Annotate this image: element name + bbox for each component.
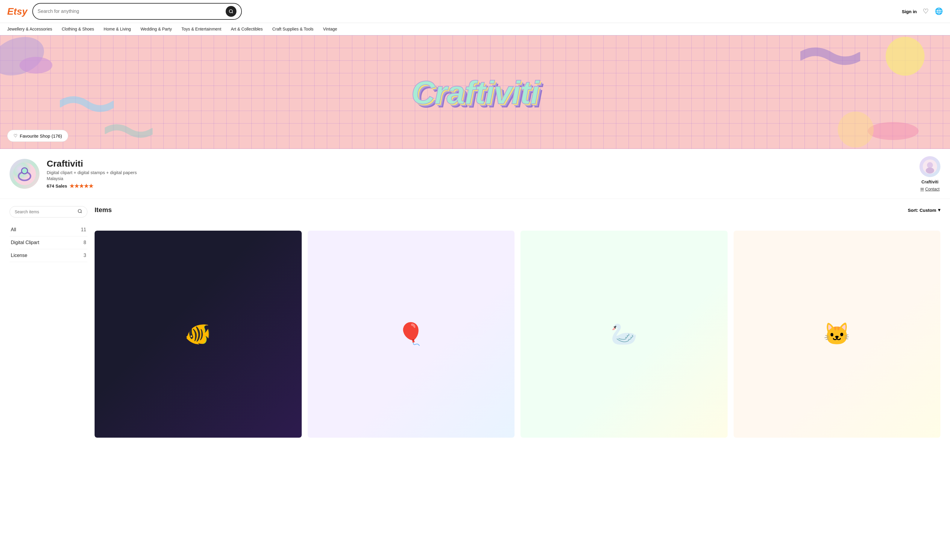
sidebar-category-all[interactable]: All11 bbox=[9, 223, 87, 236]
nav-jewellery[interactable]: Jewellery & Accessories bbox=[7, 27, 52, 31]
product-emoji: 🐠 bbox=[185, 321, 211, 347]
items-section: All11Digital Clipart8License3 Items Sort… bbox=[0, 199, 950, 447]
header-actions: Sign in ♡ 🌐 bbox=[902, 8, 943, 15]
star-rating: ★★★★★ bbox=[69, 183, 93, 189]
global-search-button[interactable] bbox=[226, 6, 236, 17]
contact-label: Contact bbox=[925, 187, 939, 191]
shop-avatar-image bbox=[12, 162, 37, 186]
product-thumbnail: 🦢 bbox=[520, 231, 728, 438]
product-thumbnail: 🐱 bbox=[734, 231, 941, 438]
products-grid: 🐠 🎈 🦢 🐱 bbox=[94, 231, 941, 440]
shop-sales: 674 Sales ★★★★★ bbox=[47, 183, 912, 189]
product-emoji: 🎈 bbox=[398, 321, 424, 347]
svg-point-13 bbox=[78, 209, 82, 213]
nav-toys[interactable]: Toys & Entertainment bbox=[181, 27, 221, 31]
shop-tagline: Digital clipart + digital stamps + digit… bbox=[47, 170, 912, 175]
owner-section: Craftiviti ✉ Contact bbox=[919, 156, 941, 191]
language-button[interactable]: 🌐 bbox=[935, 8, 943, 15]
shop-banner-title: Craftiviti bbox=[411, 73, 539, 111]
product-card[interactable]: 🐱 bbox=[734, 231, 941, 440]
nav-art[interactable]: Art & Collectibles bbox=[231, 27, 263, 31]
product-card[interactable]: 🎈 bbox=[308, 231, 515, 440]
category-count: 3 bbox=[83, 253, 86, 258]
chevron-down-icon: ▾ bbox=[938, 207, 941, 213]
product-card[interactable]: 🦢 bbox=[520, 231, 728, 440]
product-image-wrap: 🦢 bbox=[520, 231, 728, 438]
sidebar-categories: All11Digital Clipart8License3 bbox=[9, 223, 87, 262]
nav-vintage[interactable]: Vintage bbox=[323, 27, 337, 31]
svg-point-9 bbox=[22, 168, 28, 174]
search-items-icon[interactable] bbox=[77, 209, 82, 215]
svg-line-14 bbox=[81, 212, 82, 213]
global-search-bar bbox=[32, 3, 242, 20]
svg-point-12 bbox=[926, 168, 934, 174]
product-card[interactable]: 🐠 bbox=[94, 231, 302, 440]
wishlist-button[interactable]: ♡ bbox=[923, 8, 929, 15]
sidebar-category-license[interactable]: License3 bbox=[9, 249, 87, 262]
search-icon bbox=[229, 9, 233, 14]
product-image-wrap: 🎈 bbox=[308, 231, 515, 438]
product-emoji: 🦢 bbox=[611, 321, 637, 347]
nav-wedding[interactable]: Wedding & Party bbox=[140, 27, 172, 31]
sort-label: Sort: Custom bbox=[908, 208, 936, 213]
sales-count: 674 Sales bbox=[47, 183, 67, 188]
globe-icon: 🌐 bbox=[935, 8, 943, 15]
category-label: All bbox=[11, 227, 16, 232]
heart-icon: ♡ bbox=[923, 8, 929, 15]
contact-button[interactable]: ✉ Contact bbox=[921, 187, 939, 191]
shop-banner: Craftiviti ♡ Favourite Shop (176) bbox=[0, 35, 950, 149]
svg-point-11 bbox=[927, 162, 933, 168]
products-area: Items Sort: Custom ▾ 🐠 🎈 🦢 🐱 bbox=[94, 206, 941, 440]
product-emoji: 🐱 bbox=[824, 321, 850, 347]
sign-in-button[interactable]: Sign in bbox=[902, 9, 917, 14]
items-header: Items Sort: Custom ▾ bbox=[94, 206, 941, 214]
sidebar-category-digital-clipart[interactable]: Digital Clipart8 bbox=[9, 236, 87, 249]
shop-details: Craftiviti Digital clipart + digital sta… bbox=[47, 158, 912, 189]
product-image-wrap: 🐠 bbox=[94, 231, 302, 438]
heart-icon-favourite: ♡ bbox=[14, 133, 17, 138]
shop-name: Craftiviti bbox=[47, 158, 912, 169]
favourite-label: Favourite Shop (176) bbox=[20, 134, 62, 138]
sort-dropdown[interactable]: Sort: Custom ▾ bbox=[908, 207, 941, 213]
svg-line-1 bbox=[232, 12, 233, 13]
owner-name: Craftiviti bbox=[922, 180, 939, 184]
mail-icon: ✉ bbox=[921, 187, 924, 191]
product-thumbnail: 🎈 bbox=[308, 231, 515, 438]
shop-info-section: Craftiviti Digital clipart + digital sta… bbox=[0, 149, 950, 199]
category-count: 8 bbox=[83, 240, 86, 245]
nav-craft[interactable]: Craft Supplies & Tools bbox=[272, 27, 313, 31]
site-header: Etsy Sign in ♡ 🌐 bbox=[0, 0, 950, 23]
owner-avatar bbox=[919, 156, 941, 177]
global-search-input[interactable] bbox=[38, 9, 223, 14]
etsy-logo[interactable]: Etsy bbox=[7, 6, 28, 17]
search-items-box bbox=[9, 206, 87, 217]
shop-location: Malaysia bbox=[47, 176, 912, 181]
items-sidebar: All11Digital Clipart8License3 bbox=[9, 206, 87, 440]
svg-point-0 bbox=[229, 9, 233, 13]
category-label: Digital Clipart bbox=[11, 240, 39, 245]
shop-avatar bbox=[9, 159, 40, 189]
product-image-wrap: 🐱 bbox=[734, 231, 941, 438]
category-count: 11 bbox=[81, 227, 86, 232]
search-items-input[interactable] bbox=[15, 209, 75, 214]
owner-avatar-image bbox=[922, 159, 938, 174]
favourite-shop-button[interactable]: ♡ Favourite Shop (176) bbox=[7, 130, 68, 142]
items-title: Items bbox=[94, 206, 112, 214]
category-label: License bbox=[11, 253, 27, 258]
product-thumbnail: 🐠 bbox=[94, 231, 302, 438]
nav-home[interactable]: Home & Living bbox=[103, 27, 131, 31]
category-nav: Jewellery & Accessories Clothing & Shoes… bbox=[0, 23, 950, 35]
nav-clothing[interactable]: Clothing & Shoes bbox=[62, 27, 94, 31]
